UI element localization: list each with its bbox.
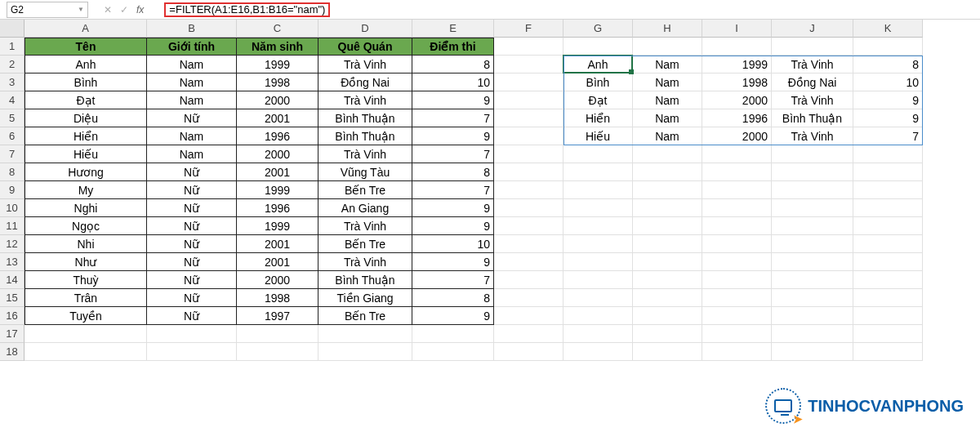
cell-I11[interactable] xyxy=(702,217,772,235)
cell-G4[interactable]: Đạt xyxy=(564,91,633,109)
cell-E9[interactable]: 7 xyxy=(412,181,494,199)
cell-B11[interactable]: Nữ xyxy=(147,217,237,235)
row-header-8[interactable]: 8 xyxy=(0,163,24,181)
cell-F3[interactable] xyxy=(494,73,564,91)
cell-D12[interactable]: Bến Tre xyxy=(318,235,412,253)
cell-B2[interactable]: Nam xyxy=(147,56,237,73)
cell-G6[interactable]: Hiếu xyxy=(564,127,633,145)
cell-I17[interactable] xyxy=(702,325,772,343)
cell-I6[interactable]: 2000 xyxy=(702,127,772,145)
cell-I15[interactable] xyxy=(702,289,772,307)
cell-C17[interactable] xyxy=(237,325,318,343)
cell-B18[interactable] xyxy=(147,343,237,361)
cell-H10[interactable] xyxy=(633,199,702,217)
cell-D16[interactable]: Bến Tre xyxy=(318,307,412,325)
cell-D3[interactable]: Đồng Nai xyxy=(318,73,412,91)
cell-K12[interactable] xyxy=(853,235,923,253)
row-header-14[interactable]: 14 xyxy=(0,271,24,289)
cell-A13[interactable]: Như xyxy=(24,253,147,271)
cell-B8[interactable]: Nữ xyxy=(147,163,237,181)
cell-K8[interactable] xyxy=(853,163,923,181)
cell-C9[interactable]: 1999 xyxy=(237,181,318,199)
cell-F4[interactable] xyxy=(494,91,564,109)
cell-C6[interactable]: 1996 xyxy=(237,127,318,145)
cell-E5[interactable]: 7 xyxy=(412,109,494,127)
cell-H6[interactable]: Nam xyxy=(633,127,702,145)
cell-K15[interactable] xyxy=(853,289,923,307)
cell-H2[interactable]: Nam xyxy=(633,56,702,73)
cell-A18[interactable] xyxy=(24,343,147,361)
cell-J3[interactable]: Đồng Nai xyxy=(772,73,853,91)
cell-E4[interactable]: 9 xyxy=(412,91,494,109)
cell-C3[interactable]: 1998 xyxy=(237,73,318,91)
cell-E13[interactable]: 9 xyxy=(412,253,494,271)
cell-K13[interactable] xyxy=(853,253,923,271)
cell-H16[interactable] xyxy=(633,307,702,325)
cell-F17[interactable] xyxy=(494,325,564,343)
cell-E17[interactable] xyxy=(412,325,494,343)
cell-H15[interactable] xyxy=(633,289,702,307)
row-header-3[interactable]: 3 xyxy=(0,73,24,91)
cell-K11[interactable] xyxy=(853,217,923,235)
cell-I5[interactable]: 1996 xyxy=(702,109,772,127)
cell-K7[interactable] xyxy=(853,145,923,163)
cell-F8[interactable] xyxy=(494,163,564,181)
cell-F16[interactable] xyxy=(494,307,564,325)
cell-J11[interactable] xyxy=(772,217,853,235)
cell-B4[interactable]: Nam xyxy=(147,91,237,109)
cell-D17[interactable] xyxy=(318,325,412,343)
fx-icon[interactable]: fx xyxy=(136,4,144,16)
cell-J15[interactable] xyxy=(772,289,853,307)
cell-K4[interactable]: 9 xyxy=(853,91,923,109)
cell-A16[interactable]: Tuyền xyxy=(24,307,147,325)
cell-G10[interactable] xyxy=(564,199,633,217)
cell-B14[interactable]: Nữ xyxy=(147,271,237,289)
cell-K1[interactable] xyxy=(853,38,923,56)
column-header-E[interactable]: E xyxy=(412,20,494,38)
cell-D7[interactable]: Trà Vinh xyxy=(318,145,412,163)
row-header-2[interactable]: 2 xyxy=(0,56,24,73)
cell-G7[interactable] xyxy=(564,145,633,163)
cell-C5[interactable]: 2001 xyxy=(237,109,318,127)
row-header-9[interactable]: 9 xyxy=(0,181,24,199)
cell-D1[interactable]: Quê Quán xyxy=(318,38,412,56)
cell-F9[interactable] xyxy=(494,181,564,199)
cell-G13[interactable] xyxy=(564,253,633,271)
column-header-K[interactable]: K xyxy=(853,20,923,38)
cell-J17[interactable] xyxy=(772,325,853,343)
cell-C18[interactable] xyxy=(237,343,318,361)
cell-H8[interactable] xyxy=(633,163,702,181)
row-header-4[interactable]: 4 xyxy=(0,91,24,109)
cell-I3[interactable]: 1998 xyxy=(702,73,772,91)
cell-H13[interactable] xyxy=(633,253,702,271)
cell-I16[interactable] xyxy=(702,307,772,325)
cell-I2[interactable]: 1999 xyxy=(702,56,772,73)
cell-E12[interactable]: 10 xyxy=(412,235,494,253)
cell-C7[interactable]: 2000 xyxy=(237,145,318,163)
cell-K16[interactable] xyxy=(853,307,923,325)
cell-I10[interactable] xyxy=(702,199,772,217)
cell-A11[interactable]: Ngọc xyxy=(24,217,147,235)
cell-J8[interactable] xyxy=(772,163,853,181)
cell-A5[interactable]: Diệu xyxy=(24,109,147,127)
cell-H9[interactable] xyxy=(633,181,702,199)
cell-E7[interactable]: 7 xyxy=(412,145,494,163)
cell-F7[interactable] xyxy=(494,145,564,163)
cell-G5[interactable]: Hiển xyxy=(564,109,633,127)
cell-E1[interactable]: Điểm thi xyxy=(412,38,494,56)
cell-D8[interactable]: Vũng Tàu xyxy=(318,163,412,181)
cell-H12[interactable] xyxy=(633,235,702,253)
cell-D9[interactable]: Bến Tre xyxy=(318,181,412,199)
cell-C11[interactable]: 1999 xyxy=(237,217,318,235)
cell-H7[interactable] xyxy=(633,145,702,163)
cell-K5[interactable]: 9 xyxy=(853,109,923,127)
row-header-13[interactable]: 13 xyxy=(0,253,24,271)
cell-C16[interactable]: 1997 xyxy=(237,307,318,325)
cell-H14[interactable] xyxy=(633,271,702,289)
cell-E16[interactable]: 9 xyxy=(412,307,494,325)
cell-B15[interactable]: Nữ xyxy=(147,289,237,307)
column-header-B[interactable]: B xyxy=(147,20,237,38)
cell-A7[interactable]: Hiếu xyxy=(24,145,147,163)
cell-D6[interactable]: Bình Thuận xyxy=(318,127,412,145)
cell-B17[interactable] xyxy=(147,325,237,343)
